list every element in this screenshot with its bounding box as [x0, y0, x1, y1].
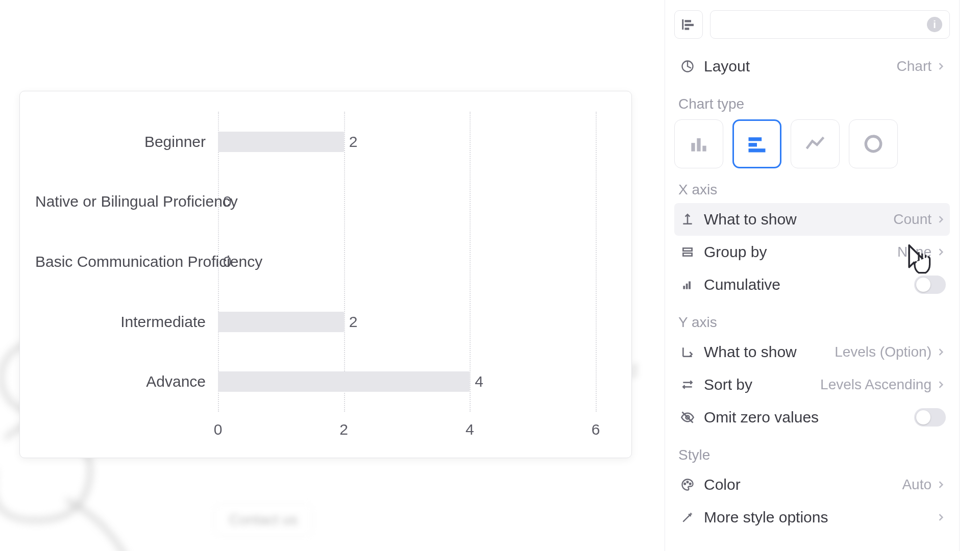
chevron-right-icon	[936, 347, 946, 357]
axis-right-icon	[678, 345, 697, 359]
x-group-label: Group by	[704, 243, 897, 261]
style-color-row[interactable]: Color Auto	[674, 468, 950, 501]
eye-off-icon	[678, 410, 697, 424]
omit-zero-toggle[interactable]	[914, 408, 946, 427]
x-tick: 0	[214, 421, 223, 438]
section-chart-type: Chart type	[678, 96, 950, 112]
y-what-value: Levels (Option)	[835, 344, 932, 360]
cumulative-icon	[678, 278, 697, 291]
svg-rect-10	[749, 137, 762, 141]
layout-icon	[678, 59, 697, 73]
section-y-axis: Y axis	[678, 314, 950, 331]
svg-rect-19	[686, 284, 688, 289]
sort-icon	[678, 378, 697, 391]
svg-rect-17	[683, 253, 692, 256]
bar[interactable]	[218, 312, 344, 332]
group-by-icon	[678, 245, 697, 259]
svg-point-26	[687, 481, 689, 483]
svg-rect-7	[691, 143, 695, 152]
y-omit-zero-row[interactable]: Omit zero values	[674, 401, 950, 434]
style-color-value: Auto	[902, 477, 932, 493]
svg-point-27	[690, 483, 691, 485]
wand-icon	[678, 511, 697, 524]
bar[interactable]	[218, 371, 470, 392]
chevron-right-icon	[936, 247, 946, 257]
category-label: Native or Bilingual Proficiency	[35, 193, 212, 210]
svg-rect-11	[749, 143, 757, 146]
chevron-right-icon	[936, 512, 946, 522]
chevron-right-icon	[936, 214, 946, 224]
category-label: Intermediate	[35, 313, 212, 331]
chart-type-selector	[674, 119, 950, 168]
chart-view-icon-button[interactable]	[674, 10, 703, 39]
info-icon[interactable]: i	[927, 17, 942, 32]
x-cumulative-row[interactable]: Cumulative	[674, 268, 950, 301]
svg-rect-20	[689, 282, 691, 289]
y-what-to-show-row[interactable]: What to show Levels (Option)	[674, 336, 950, 368]
x-what-to-show-row[interactable]: What to show Count	[674, 203, 950, 236]
chart-type-vertical-bar[interactable]	[674, 119, 723, 168]
chart-row: Basic Communication Proficiency0	[218, 252, 596, 272]
category-label: Basic Communication Proficiency	[35, 253, 212, 270]
y-sort-label: Sort by	[704, 376, 820, 393]
svg-rect-3	[685, 20, 692, 22]
style-color-label: Color	[704, 476, 902, 493]
x-tick: 4	[465, 421, 474, 438]
chart-type-donut[interactable]	[849, 119, 898, 168]
svg-rect-5	[685, 28, 690, 30]
chart-type-line[interactable]	[791, 119, 840, 168]
chevron-right-icon	[936, 61, 946, 71]
chart-title-input[interactable]: i	[710, 10, 950, 39]
x-what-value: Count	[893, 211, 932, 228]
svg-point-25	[684, 483, 685, 485]
svg-rect-8	[697, 138, 700, 152]
chart-card: Beginner2Native or Bilingual Proficiency…	[19, 91, 632, 458]
x-group-by-row[interactable]: Group by None	[674, 236, 950, 268]
x-tick: 2	[339, 421, 348, 438]
svg-rect-9	[702, 146, 706, 152]
style-more-row[interactable]: More style options	[674, 501, 950, 534]
bar[interactable]	[218, 132, 344, 152]
svg-rect-12	[749, 148, 766, 152]
svg-rect-16	[683, 248, 692, 251]
category-label: Advance	[35, 373, 212, 390]
section-style: Style	[678, 447, 950, 463]
layout-row[interactable]: Layout Chart	[674, 50, 950, 83]
y-what-label: What to show	[704, 343, 835, 361]
bar-value: 4	[475, 373, 483, 390]
chart-row: Beginner2	[218, 132, 596, 152]
category-label: Beginner	[35, 133, 212, 151]
y-sort-by-row[interactable]: Sort by Levels Ascending	[674, 368, 950, 401]
background-contact-button: Contact us	[214, 504, 312, 536]
x-cumulative-label: Cumulative	[704, 276, 914, 293]
style-more-label: More style options	[704, 509, 936, 526]
config-panel: i Layout Chart Chart type X axis	[665, 0, 960, 551]
chart-plot: Beginner2Native or Bilingual Proficiency…	[218, 112, 596, 412]
bar-value: 2	[349, 133, 358, 151]
section-x-axis: X axis	[678, 182, 950, 198]
chevron-right-icon	[936, 380, 946, 390]
x-tick: 6	[592, 421, 600, 438]
bar-value: 2	[349, 313, 358, 331]
chart-row: Intermediate2	[218, 312, 596, 332]
x-what-label: What to show	[704, 211, 893, 228]
axis-up-icon	[678, 213, 697, 226]
svg-rect-18	[683, 286, 685, 289]
chart-row: Advance4	[218, 371, 596, 392]
svg-rect-4	[685, 24, 694, 26]
chart-type-horizontal-bar[interactable]	[732, 119, 781, 168]
y-omit-label: Omit zero values	[704, 409, 914, 426]
gridline	[596, 112, 597, 412]
chevron-right-icon	[936, 480, 946, 490]
y-sort-value: Levels Ascending	[820, 377, 932, 393]
layout-label: Layout	[704, 58, 897, 75]
chart-row: Native or Bilingual Proficiency0	[218, 191, 596, 212]
x-group-value: None	[897, 244, 932, 260]
cumulative-toggle[interactable]	[914, 276, 946, 294]
layout-value: Chart	[897, 58, 932, 74]
palette-icon	[678, 478, 697, 492]
